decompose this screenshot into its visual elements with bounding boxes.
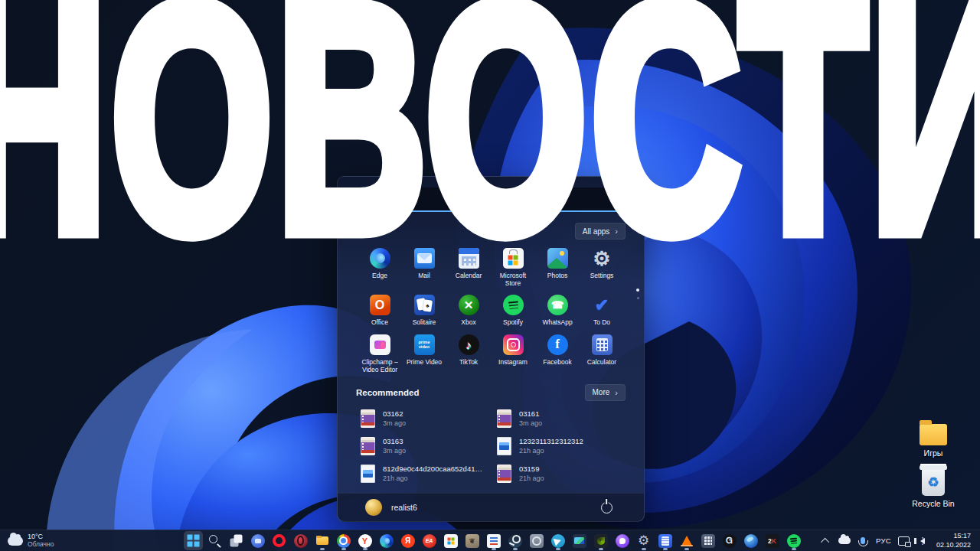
instagram-icon xyxy=(503,334,524,355)
store-icon xyxy=(503,248,524,269)
recommended-item[interactable]: 123231131231231221h ago xyxy=(492,435,626,458)
taskbar-button-geforce-experience[interactable] xyxy=(591,531,610,550)
system-tray: РУС 15:17 02.10.2022 xyxy=(818,530,980,551)
language-indicator[interactable]: РУС xyxy=(874,531,893,550)
pinned-app-mail[interactable]: Mail xyxy=(402,244,446,289)
2k-launcher-icon xyxy=(766,534,779,548)
recommended-text: 812d9e0c44d200caa652d41b7a4f3c...21h ago xyxy=(383,465,485,482)
pinned-app-settings[interactable]: Settings xyxy=(580,244,624,289)
recommended-item[interactable]: 031633m ago xyxy=(356,435,489,458)
taskbar-button-2k-launcher[interactable] xyxy=(763,531,782,550)
image-file-icon xyxy=(497,437,511,455)
taskbar-button-telegram[interactable] xyxy=(548,531,567,550)
pinned-app-whatsapp[interactable]: WhatsApp xyxy=(535,291,580,328)
taskbar-button-ea-app[interactable] xyxy=(420,531,439,550)
all-apps-button[interactable]: All apps › xyxy=(575,223,626,240)
taskbar-button-camera-app[interactable] xyxy=(527,531,546,550)
settings-icon xyxy=(637,534,651,548)
taskbar-button-edge[interactable] xyxy=(377,531,396,550)
network-button[interactable] xyxy=(897,531,912,550)
taskbar-button-vlc[interactable] xyxy=(677,531,696,550)
taskbar-button-calculator[interactable] xyxy=(698,531,717,550)
taskbar-button-settings[interactable] xyxy=(634,531,653,550)
recommended-item[interactable]: 812d9e0c44d200caa652d41b7a4f3c...21h ago xyxy=(356,462,489,485)
office-icon xyxy=(370,295,390,315)
notepad-icon xyxy=(658,534,672,548)
recommended-item[interactable]: 031623m ago xyxy=(356,407,489,430)
taskbar-button-notepad[interactable] xyxy=(655,531,675,550)
taskbar-button-task-view[interactable] xyxy=(227,531,246,550)
recommended-text: 123231131231231221h ago xyxy=(519,437,583,455)
taskbar-button-game-app[interactable] xyxy=(462,531,482,550)
search-input[interactable]: Search xyxy=(356,187,626,212)
desktop-icon-recycle-bin[interactable]: Recycle Bin xyxy=(900,468,966,508)
chevron-right-icon: › xyxy=(615,388,618,397)
taskbar-button-steam[interactable] xyxy=(505,531,524,550)
recommended-time: 21h ago xyxy=(519,447,583,455)
power-button[interactable] xyxy=(596,497,616,517)
clock[interactable]: 15:17 02.10.2022 xyxy=(933,532,974,549)
more-button[interactable]: More › xyxy=(585,384,626,401)
pinned-app-clipchamp[interactable]: Clipchamp – Video Editor xyxy=(358,331,402,375)
microphone-button[interactable] xyxy=(855,531,871,550)
pinned-app-xbox[interactable]: Xbox xyxy=(446,291,491,328)
volume-button[interactable] xyxy=(915,531,930,550)
recommended-title: Recommended xyxy=(356,388,419,397)
taskbar-button-media-app[interactable] xyxy=(248,531,267,550)
pinned-app-facebook[interactable]: Facebook xyxy=(535,331,580,375)
video-file-icon xyxy=(497,409,511,428)
media-app-icon xyxy=(251,534,265,548)
folder-icon xyxy=(920,424,947,445)
pinned-app-tiktok[interactable]: TikTok xyxy=(446,331,491,375)
taskbar-button-yandex-start[interactable] xyxy=(398,531,417,550)
whatsapp-icon xyxy=(547,295,568,315)
facebook-icon xyxy=(547,334,568,355)
taskbar-button-nexus-mods[interactable] xyxy=(484,531,503,550)
running-indicator xyxy=(556,548,560,549)
pinned-app-office[interactable]: Office xyxy=(358,291,402,328)
running-indicator xyxy=(663,548,668,549)
desktop-icon-folder[interactable]: Игры xyxy=(900,419,966,458)
pinned-app-calculator[interactable]: Calculator xyxy=(580,331,624,375)
taskbar-button-chrome[interactable] xyxy=(334,531,353,550)
pinned-app-spotify[interactable]: Spotify xyxy=(491,291,535,328)
pinned-app-edge[interactable]: Edge xyxy=(358,244,402,289)
weather-widget[interactable]: 10°C Облачно xyxy=(0,530,61,551)
spotify-icon xyxy=(503,295,524,315)
photos-icon xyxy=(547,248,568,269)
hidden-icons-button[interactable] xyxy=(818,531,834,550)
taskbar-button-logitech-ghub[interactable] xyxy=(720,531,739,550)
running-indicator xyxy=(642,548,646,549)
user-name[interactable]: realist6 xyxy=(391,503,417,512)
taskbar-button-file-explorer[interactable] xyxy=(312,531,332,550)
pinned-app-photos[interactable]: Photos xyxy=(535,244,580,289)
cloud-icon xyxy=(8,536,23,546)
onedrive-button[interactable] xyxy=(837,531,852,550)
pinned-app-calendar[interactable]: Calendar xyxy=(446,244,491,289)
taskbar-button-start[interactable] xyxy=(184,531,203,550)
pinned-app-instagram[interactable]: Instagram xyxy=(491,331,535,375)
taskbar-button-microsoft-store[interactable] xyxy=(441,531,460,550)
solitaire-icon xyxy=(414,295,435,315)
pinned-app-solitaire[interactable]: Solitaire xyxy=(402,291,446,328)
recommended-item[interactable]: 031613m ago xyxy=(492,407,626,430)
edge-icon xyxy=(380,534,394,548)
start-icon xyxy=(187,534,201,548)
pinned-page-dots[interactable] xyxy=(636,289,639,299)
pinned-app-todo[interactable]: To Do xyxy=(580,291,624,328)
pinned-app-prime[interactable]: Prime Video xyxy=(402,331,446,375)
recommended-item[interactable]: 0315921h ago xyxy=(492,462,626,485)
taskbar-button-globe-game[interactable] xyxy=(741,531,760,550)
taskbar-button-opera-gx[interactable] xyxy=(291,531,310,550)
running-indicator xyxy=(341,548,346,549)
taskbar-button-opera[interactable] xyxy=(270,531,289,550)
taskbar-button-search[interactable] xyxy=(205,531,224,550)
taskbar-button-yandex-browser[interactable] xyxy=(355,531,374,550)
taskbar-button-yandex-alice[interactable] xyxy=(612,531,632,550)
pinned-app-store[interactable]: Microsoft Store xyxy=(491,244,535,289)
taskbar-button-monitoring-app[interactable] xyxy=(570,531,589,550)
calendar-icon xyxy=(459,248,479,269)
game-app-icon xyxy=(466,534,479,548)
user-avatar[interactable] xyxy=(365,499,382,516)
taskbar-button-spotify[interactable] xyxy=(784,531,803,550)
